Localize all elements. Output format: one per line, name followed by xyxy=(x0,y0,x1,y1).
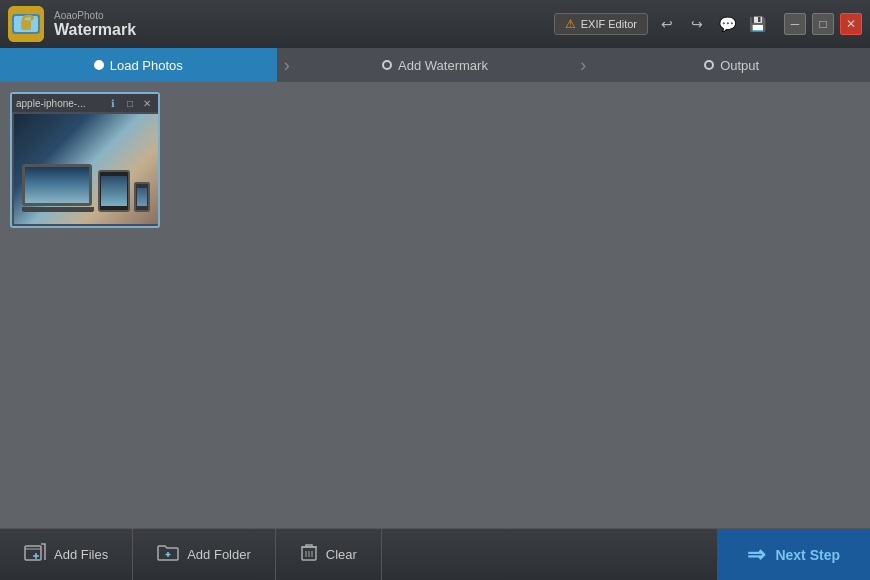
photo-info-button[interactable]: ℹ xyxy=(106,96,120,110)
step-load-label: Load Photos xyxy=(110,58,183,73)
step-output[interactable]: Output xyxy=(593,48,870,82)
clear-button[interactable]: Clear xyxy=(276,529,382,581)
clear-label: Clear xyxy=(326,547,357,562)
clear-icon xyxy=(300,542,318,567)
step-output-label: Output xyxy=(720,58,759,73)
add-files-icon xyxy=(24,542,46,567)
minimize-button[interactable]: ─ xyxy=(784,13,806,35)
svg-rect-3 xyxy=(21,20,31,30)
add-files-button[interactable]: Add Files xyxy=(0,529,133,581)
title-text: AoaoPhoto Watermark xyxy=(54,10,136,39)
step-load-photos[interactable]: Load Photos xyxy=(0,48,277,82)
bottom-bar: Add Files Add Folder Clear ⇒ Next Step xyxy=(0,528,870,580)
step-add-watermark[interactable]: Add Watermark xyxy=(297,48,574,82)
step-dot-watermark xyxy=(382,60,392,70)
next-step-button[interactable]: ⇒ Next Step xyxy=(717,529,870,581)
svg-rect-4 xyxy=(25,546,41,560)
step-arrow-2: › xyxy=(573,48,593,82)
photo-card-header: apple-iphone-... ℹ □ ✕ xyxy=(12,94,158,112)
exif-editor-label: EXIF Editor xyxy=(581,18,637,30)
photo-preview xyxy=(14,114,158,224)
add-files-label: Add Files xyxy=(54,547,108,562)
photo-card-icons: ℹ □ ✕ xyxy=(106,96,154,110)
add-folder-icon xyxy=(157,542,179,567)
next-step-arrow-icon: ⇒ xyxy=(747,542,765,568)
phone-shape xyxy=(134,182,150,212)
photo-filename: apple-iphone-... xyxy=(16,98,86,109)
app-title: Watermark xyxy=(54,21,136,39)
exif-editor-button[interactable]: ⚠ EXIF Editor xyxy=(554,13,648,35)
title-bar: AoaoPhoto Watermark ⚠ EXIF Editor ↩ ↪ 💬 … xyxy=(0,0,870,48)
step-dot-output xyxy=(704,60,714,70)
main-area: apple-iphone-... ℹ □ ✕ xyxy=(0,82,870,528)
app-icon xyxy=(8,6,44,42)
title-left: AoaoPhoto Watermark xyxy=(8,6,136,42)
step-dot-load xyxy=(94,60,104,70)
step-watermark-label: Add Watermark xyxy=(398,58,488,73)
add-folder-label: Add Folder xyxy=(187,547,251,562)
tablet-shape xyxy=(98,170,130,212)
chat-button[interactable]: 💬 xyxy=(714,11,740,37)
photo-card: apple-iphone-... ℹ □ ✕ xyxy=(10,92,160,228)
photo-close-button[interactable]: ✕ xyxy=(140,96,154,110)
add-folder-button[interactable]: Add Folder xyxy=(133,529,276,581)
close-button[interactable]: ✕ xyxy=(840,13,862,35)
laptop-shape xyxy=(22,164,92,214)
step-bar: Load Photos › Add Watermark › Output xyxy=(0,48,870,82)
step-arrow-1: › xyxy=(277,48,297,82)
next-step-label: Next Step xyxy=(775,547,840,563)
save-button[interactable]: 💾 xyxy=(744,11,770,37)
app-subtitle: AoaoPhoto xyxy=(54,10,136,21)
maximize-button[interactable]: □ xyxy=(812,13,834,35)
photo-minimize-button[interactable]: □ xyxy=(123,96,137,110)
warning-icon: ⚠ xyxy=(565,17,576,31)
undo-button[interactable]: ↩ xyxy=(654,11,680,37)
redo-button[interactable]: ↪ xyxy=(684,11,710,37)
toolbar-icons: ↩ ↪ 💬 💾 xyxy=(654,11,770,37)
title-controls: ⚠ EXIF Editor ↩ ↪ 💬 💾 ─ □ ✕ xyxy=(554,11,862,37)
